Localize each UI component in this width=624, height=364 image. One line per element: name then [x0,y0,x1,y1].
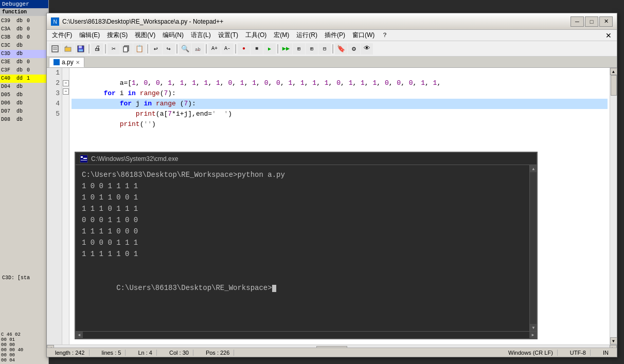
svg-rect-9 [79,49,83,51]
debugger-hex-bottom: C 46 02 00 01 00 00 00 00 40 00 00 00 04 [0,331,48,364]
menu-help[interactable]: ？ [379,30,391,41]
menu-macro[interactable]: 宏(M) [271,30,292,41]
svg-rect-15 [81,156,83,158]
toolbar-btn-copy[interactable] [120,43,133,54]
toolbar-sep-1 [88,44,90,53]
cmd-scroll-left[interactable]: ◄ [76,332,83,339]
toolbar-btn-print[interactable]: 🖨 [91,43,103,54]
toolbar-sep-8 [332,44,333,53]
toolbar-btn-replace[interactable]: ab→ [192,43,204,54]
toolbar-btn-macro-stop[interactable]: ■ [251,43,263,54]
debugger-row-c3c: C3Cdb [0,42,48,50]
debugger-row-d06: D06db [0,99,48,107]
line-num-2: 2 [47,78,62,88]
cmd-title-text: C:\Windows\System32\cmd.exe [91,155,178,162]
toolbar-btn-find[interactable]: 🔍 [179,43,191,54]
tab-bar: a.py ✕ [47,57,617,68]
toolbar-sep-6 [235,44,236,53]
menu-plugins[interactable]: 插件(P) [322,30,348,41]
menu-window[interactable]: 窗口(W) [349,30,378,41]
scrollbar-vertical[interactable]: ▲ ▼ [610,68,617,344]
toolbar-btn-run[interactable]: ▶▶ [280,43,292,54]
toolbar: 🖨 ✂ 📋 ↩ ↪ 🔍 ab→ A+ A- ● ■ ▶ ▶▶ ⊞ ⊞ ⊟ 🔖 ⚙… [47,41,617,57]
menu-edit[interactable]: 编辑(E) [76,30,103,41]
toolbar-btn-paste[interactable]: 📋 [133,43,146,54]
menu-close-x[interactable]: ✕ [602,31,615,40]
cmd-icon [80,155,88,163]
menu-settings[interactable]: 设置(T) [215,30,241,41]
menu-language[interactable]: 语言(L) [188,30,214,41]
status-encoding: UTF-8 [566,350,591,356]
menu-run[interactable]: 运行(R) [293,30,320,41]
toolbar-btn-zoom-in[interactable]: A+ [208,43,221,54]
cmd-line-5: 1 1 1 1 0 0 0 [82,226,523,237]
toolbar-btn-undo[interactable]: ↩ [150,43,162,54]
toolbar-btn-more3[interactable]: ⊟ [318,43,331,54]
debugger-row-c3b: C3Bdb0 [0,33,48,42]
debugger-row-c3d: C3Ddb [0,50,48,58]
cmd-scroll-up[interactable]: ▲ [530,165,537,172]
tab-close-button[interactable]: ✕ [76,60,80,65]
toolbar-btn-macro-rec[interactable]: ● [238,43,250,54]
scroll-track-v[interactable] [610,75,617,337]
toolbar-btn-more1[interactable]: ⊞ [293,43,305,54]
toolbar-btn-eye[interactable]: 👁 [361,43,373,54]
line-numbers: 1 2 3 4 5 [47,68,62,344]
notepad-icon: N [51,17,59,26]
cmd-line-6: 1 0 0 0 1 1 1 [82,237,523,248]
scroll-up-arrow[interactable]: ▲ [610,68,617,75]
cmd-line-3: 1 1 1 0 1 1 1 [82,203,523,214]
status-ins: IN [599,350,613,356]
status-ln: Ln : 4 [134,350,157,356]
toolbar-sep-2 [105,44,106,53]
svg-rect-17 [81,160,87,160]
toolbar-sep-7 [277,44,278,53]
debugger-c3d-status: C3D: [sta [0,274,48,282]
cmd-scroll-right[interactable]: ► [529,332,537,339]
cmd-scroll-track-v[interactable] [530,172,537,324]
debugger-row-d04: D04db [0,83,48,91]
cmd-scrollbar-v[interactable]: ▲ ▼ [529,165,537,331]
debugger-row-c3a: C3Adb0 [0,25,48,33]
line-num-4: 4 [47,99,62,109]
line-num-3: 3 [47,88,62,99]
line-num-5: 5 [47,109,62,119]
toolbar-btn-redo[interactable]: ↪ [163,43,175,54]
tab-a-py[interactable]: a.py ✕ [49,57,84,67]
toolbar-btn-macro-play[interactable]: ▶ [263,43,276,54]
toolbar-btn-settings2[interactable]: ⚙ [348,43,360,54]
toolbar-btn-zoom-out[interactable]: A- [221,43,234,54]
menu-encoding[interactable]: 编码(N) [159,30,187,41]
cmd-line-9: C:\Users\86183\Desktop\RE_Workspace> [82,271,523,305]
line-num-1: 1 [47,68,62,78]
menu-search[interactable]: 搜索(S) [104,30,131,41]
svg-rect-2 [52,46,58,52]
fold-btn-2[interactable]: − [63,80,69,86]
status-lines: lines : 5 [98,350,126,356]
scroll-down-arrow[interactable]: ▼ [610,337,617,344]
toolbar-btn-new[interactable] [49,43,61,54]
menu-file[interactable]: 文件(F) [49,30,75,41]
scroll-thumb-v[interactable] [611,75,617,96]
svg-rect-5 [65,47,71,51]
toolbar-btn-open[interactable] [62,43,74,54]
menu-bar: 文件(F) 编辑(E) 搜索(S) 视图(V) 编码(N) 语言(L) 设置(T… [47,30,617,41]
maximize-button[interactable]: □ [585,16,598,27]
tab-name: a.py [62,59,74,66]
debugger-panel: Debugger function C39db0 C3Adb0 C3Bdb0 C… [0,0,49,364]
cmd-content[interactable]: C:\Users\86183\Desktop\RE_Workspace>pyth… [76,165,529,331]
toolbar-sep-3 [147,44,148,53]
toolbar-btn-cut[interactable]: ✂ [108,43,120,54]
close-button[interactable]: ✕ [599,16,613,27]
toolbar-btn-save[interactable] [75,43,87,54]
cmd-line-8 [82,260,523,271]
debugger-title-text: Debugger [2,1,29,7]
fold-btn-3[interactable]: − [63,88,69,95]
toolbar-btn-bookmark[interactable]: 🔖 [335,43,347,54]
cmd-window: C:\Windows\System32\cmd.exe C:\Users\861… [75,152,538,339]
cmd-scroll-down[interactable]: ▼ [530,324,537,331]
menu-view[interactable]: 视图(V) [132,30,158,41]
toolbar-btn-more2[interactable]: ⊞ [306,43,318,54]
minimize-button[interactable]: ─ [570,16,584,27]
menu-tools[interactable]: 工具(O) [242,30,270,41]
